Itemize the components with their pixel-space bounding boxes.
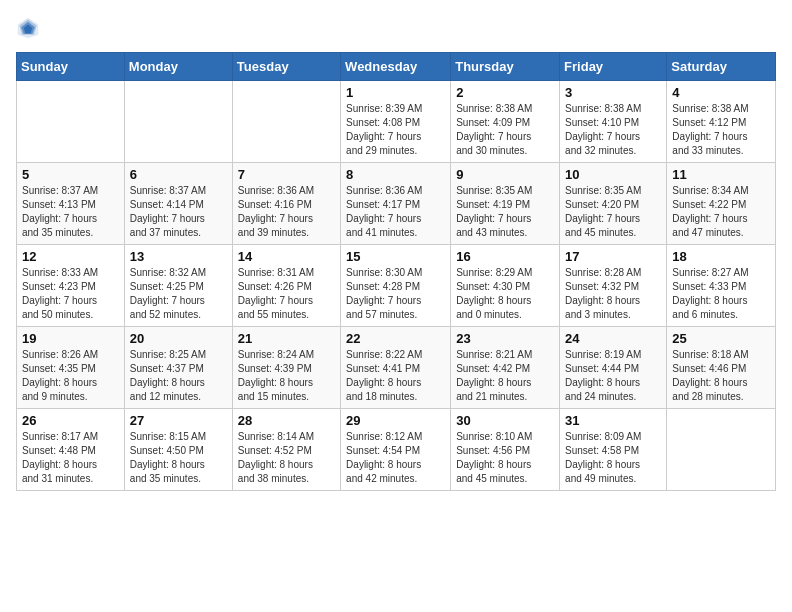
- calendar-cell: 24Sunrise: 8:19 AM Sunset: 4:44 PM Dayli…: [560, 327, 667, 409]
- day-info: Sunrise: 8:10 AM Sunset: 4:56 PM Dayligh…: [456, 430, 554, 486]
- day-info: Sunrise: 8:37 AM Sunset: 4:13 PM Dayligh…: [22, 184, 119, 240]
- day-number: 23: [456, 331, 554, 346]
- calendar-header-sunday: Sunday: [17, 53, 125, 81]
- calendar-cell: 30Sunrise: 8:10 AM Sunset: 4:56 PM Dayli…: [451, 409, 560, 491]
- calendar-header-row: SundayMondayTuesdayWednesdayThursdayFrid…: [17, 53, 776, 81]
- calendar-cell: 8Sunrise: 8:36 AM Sunset: 4:17 PM Daylig…: [341, 163, 451, 245]
- day-info: Sunrise: 8:12 AM Sunset: 4:54 PM Dayligh…: [346, 430, 445, 486]
- calendar-cell: [124, 81, 232, 163]
- day-number: 3: [565, 85, 661, 100]
- day-info: Sunrise: 8:22 AM Sunset: 4:41 PM Dayligh…: [346, 348, 445, 404]
- day-number: 21: [238, 331, 335, 346]
- calendar-cell: 19Sunrise: 8:26 AM Sunset: 4:35 PM Dayli…: [17, 327, 125, 409]
- calendar-cell: 20Sunrise: 8:25 AM Sunset: 4:37 PM Dayli…: [124, 327, 232, 409]
- day-info: Sunrise: 8:30 AM Sunset: 4:28 PM Dayligh…: [346, 266, 445, 322]
- day-info: Sunrise: 8:24 AM Sunset: 4:39 PM Dayligh…: [238, 348, 335, 404]
- calendar-week-row: 19Sunrise: 8:26 AM Sunset: 4:35 PM Dayli…: [17, 327, 776, 409]
- day-info: Sunrise: 8:39 AM Sunset: 4:08 PM Dayligh…: [346, 102, 445, 158]
- calendar-cell: 15Sunrise: 8:30 AM Sunset: 4:28 PM Dayli…: [341, 245, 451, 327]
- calendar-cell: [232, 81, 340, 163]
- day-number: 8: [346, 167, 445, 182]
- calendar-week-row: 26Sunrise: 8:17 AM Sunset: 4:48 PM Dayli…: [17, 409, 776, 491]
- day-number: 1: [346, 85, 445, 100]
- calendar-header-tuesday: Tuesday: [232, 53, 340, 81]
- day-number: 29: [346, 413, 445, 428]
- day-info: Sunrise: 8:38 AM Sunset: 4:09 PM Dayligh…: [456, 102, 554, 158]
- calendar-week-row: 12Sunrise: 8:33 AM Sunset: 4:23 PM Dayli…: [17, 245, 776, 327]
- calendar-cell: 13Sunrise: 8:32 AM Sunset: 4:25 PM Dayli…: [124, 245, 232, 327]
- calendar-cell: 1Sunrise: 8:39 AM Sunset: 4:08 PM Daylig…: [341, 81, 451, 163]
- logo: [16, 16, 44, 40]
- calendar-cell: [17, 81, 125, 163]
- calendar-cell: 29Sunrise: 8:12 AM Sunset: 4:54 PM Dayli…: [341, 409, 451, 491]
- logo-icon: [16, 16, 40, 40]
- calendar-cell: 10Sunrise: 8:35 AM Sunset: 4:20 PM Dayli…: [560, 163, 667, 245]
- day-info: Sunrise: 8:37 AM Sunset: 4:14 PM Dayligh…: [130, 184, 227, 240]
- day-number: 18: [672, 249, 770, 264]
- calendar-cell: [667, 409, 776, 491]
- day-info: Sunrise: 8:09 AM Sunset: 4:58 PM Dayligh…: [565, 430, 661, 486]
- day-info: Sunrise: 8:18 AM Sunset: 4:46 PM Dayligh…: [672, 348, 770, 404]
- day-info: Sunrise: 8:35 AM Sunset: 4:20 PM Dayligh…: [565, 184, 661, 240]
- day-number: 11: [672, 167, 770, 182]
- calendar-week-row: 1Sunrise: 8:39 AM Sunset: 4:08 PM Daylig…: [17, 81, 776, 163]
- day-info: Sunrise: 8:33 AM Sunset: 4:23 PM Dayligh…: [22, 266, 119, 322]
- day-number: 10: [565, 167, 661, 182]
- calendar-cell: 9Sunrise: 8:35 AM Sunset: 4:19 PM Daylig…: [451, 163, 560, 245]
- day-number: 31: [565, 413, 661, 428]
- day-number: 12: [22, 249, 119, 264]
- day-info: Sunrise: 8:28 AM Sunset: 4:32 PM Dayligh…: [565, 266, 661, 322]
- calendar-cell: 11Sunrise: 8:34 AM Sunset: 4:22 PM Dayli…: [667, 163, 776, 245]
- day-number: 20: [130, 331, 227, 346]
- day-number: 4: [672, 85, 770, 100]
- day-number: 14: [238, 249, 335, 264]
- day-number: 28: [238, 413, 335, 428]
- day-info: Sunrise: 8:26 AM Sunset: 4:35 PM Dayligh…: [22, 348, 119, 404]
- day-number: 30: [456, 413, 554, 428]
- calendar-cell: 26Sunrise: 8:17 AM Sunset: 4:48 PM Dayli…: [17, 409, 125, 491]
- day-info: Sunrise: 8:29 AM Sunset: 4:30 PM Dayligh…: [456, 266, 554, 322]
- day-info: Sunrise: 8:21 AM Sunset: 4:42 PM Dayligh…: [456, 348, 554, 404]
- day-info: Sunrise: 8:36 AM Sunset: 4:16 PM Dayligh…: [238, 184, 335, 240]
- day-info: Sunrise: 8:32 AM Sunset: 4:25 PM Dayligh…: [130, 266, 227, 322]
- day-number: 24: [565, 331, 661, 346]
- day-number: 25: [672, 331, 770, 346]
- calendar-cell: 22Sunrise: 8:22 AM Sunset: 4:41 PM Dayli…: [341, 327, 451, 409]
- calendar-cell: 27Sunrise: 8:15 AM Sunset: 4:50 PM Dayli…: [124, 409, 232, 491]
- calendar-week-row: 5Sunrise: 8:37 AM Sunset: 4:13 PM Daylig…: [17, 163, 776, 245]
- day-info: Sunrise: 8:34 AM Sunset: 4:22 PM Dayligh…: [672, 184, 770, 240]
- calendar-cell: 18Sunrise: 8:27 AM Sunset: 4:33 PM Dayli…: [667, 245, 776, 327]
- calendar-cell: 28Sunrise: 8:14 AM Sunset: 4:52 PM Dayli…: [232, 409, 340, 491]
- day-number: 15: [346, 249, 445, 264]
- calendar-cell: 3Sunrise: 8:38 AM Sunset: 4:10 PM Daylig…: [560, 81, 667, 163]
- calendar-cell: 6Sunrise: 8:37 AM Sunset: 4:14 PM Daylig…: [124, 163, 232, 245]
- day-info: Sunrise: 8:15 AM Sunset: 4:50 PM Dayligh…: [130, 430, 227, 486]
- day-number: 19: [22, 331, 119, 346]
- day-number: 17: [565, 249, 661, 264]
- calendar-cell: 17Sunrise: 8:28 AM Sunset: 4:32 PM Dayli…: [560, 245, 667, 327]
- calendar-header-monday: Monday: [124, 53, 232, 81]
- day-info: Sunrise: 8:36 AM Sunset: 4:17 PM Dayligh…: [346, 184, 445, 240]
- day-number: 27: [130, 413, 227, 428]
- day-number: 6: [130, 167, 227, 182]
- calendar-cell: 14Sunrise: 8:31 AM Sunset: 4:26 PM Dayli…: [232, 245, 340, 327]
- day-number: 5: [22, 167, 119, 182]
- calendar-header-friday: Friday: [560, 53, 667, 81]
- calendar-cell: 31Sunrise: 8:09 AM Sunset: 4:58 PM Dayli…: [560, 409, 667, 491]
- day-number: 9: [456, 167, 554, 182]
- calendar-cell: 23Sunrise: 8:21 AM Sunset: 4:42 PM Dayli…: [451, 327, 560, 409]
- calendar-header-saturday: Saturday: [667, 53, 776, 81]
- day-info: Sunrise: 8:31 AM Sunset: 4:26 PM Dayligh…: [238, 266, 335, 322]
- calendar-cell: 16Sunrise: 8:29 AM Sunset: 4:30 PM Dayli…: [451, 245, 560, 327]
- calendar-header-thursday: Thursday: [451, 53, 560, 81]
- day-info: Sunrise: 8:38 AM Sunset: 4:10 PM Dayligh…: [565, 102, 661, 158]
- calendar-cell: 21Sunrise: 8:24 AM Sunset: 4:39 PM Dayli…: [232, 327, 340, 409]
- day-number: 22: [346, 331, 445, 346]
- calendar-cell: 5Sunrise: 8:37 AM Sunset: 4:13 PM Daylig…: [17, 163, 125, 245]
- day-number: 26: [22, 413, 119, 428]
- calendar-cell: 25Sunrise: 8:18 AM Sunset: 4:46 PM Dayli…: [667, 327, 776, 409]
- day-info: Sunrise: 8:35 AM Sunset: 4:19 PM Dayligh…: [456, 184, 554, 240]
- day-number: 16: [456, 249, 554, 264]
- day-number: 2: [456, 85, 554, 100]
- calendar-header-wednesday: Wednesday: [341, 53, 451, 81]
